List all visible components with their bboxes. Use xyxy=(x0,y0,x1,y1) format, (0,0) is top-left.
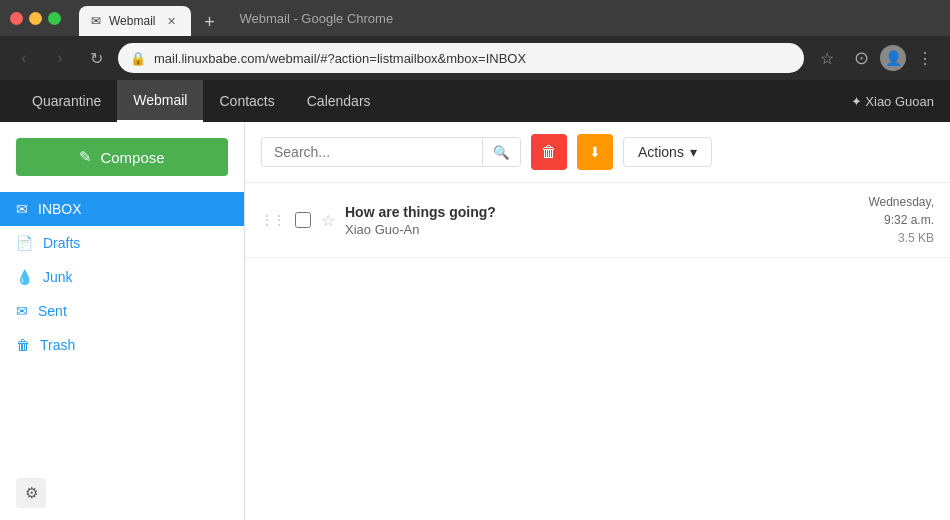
delete-button[interactable]: 🗑 xyxy=(531,134,567,170)
spam-button[interactable]: ⬇ xyxy=(577,134,613,170)
email-checkbox[interactable] xyxy=(295,212,311,228)
profile-button[interactable]: 👤 xyxy=(880,45,906,71)
actions-label: Actions xyxy=(638,144,684,160)
sidebar-item-sent[interactable]: ✉ Sent xyxy=(0,294,244,328)
tab-bar: ✉ Webmail ✕ + xyxy=(79,0,223,36)
email-size: 3.5 KB xyxy=(868,229,934,247)
main-container: ✎ Compose ✉ INBOX 📄 Drafts 💧 Junk ✉ Sent… xyxy=(0,122,950,520)
drag-handle-icon: ⋮⋮ xyxy=(261,213,285,227)
sidebar-bottom: ⚙ xyxy=(0,466,244,520)
settings-icon: ⚙ xyxy=(25,484,38,502)
email-sender: Xiao Guo-An xyxy=(345,222,858,237)
junk-icon: 💧 xyxy=(16,269,33,285)
compose-label: Compose xyxy=(100,149,164,166)
bookmark-button[interactable]: ☆ xyxy=(812,43,842,73)
chrome-circle-button[interactable]: ⊙ xyxy=(846,43,876,73)
search-button[interactable]: 🔍 xyxy=(482,138,520,166)
drafts-label: Drafts xyxy=(43,235,80,251)
email-row[interactable]: ⋮⋮ ☆ How are things going? Xiao Guo-An W… xyxy=(245,183,950,258)
sent-icon: ✉ xyxy=(16,303,28,319)
sidebar-item-inbox[interactable]: ✉ INBOX xyxy=(0,192,244,226)
junk-label: Junk xyxy=(43,269,73,285)
search-box: 🔍 xyxy=(261,137,521,167)
maximize-button[interactable] xyxy=(48,12,61,25)
sidebar: ✎ Compose ✉ INBOX 📄 Drafts 💧 Junk ✉ Sent… xyxy=(0,122,245,520)
nav-webmail[interactable]: Webmail xyxy=(117,80,203,122)
app-navbar: Quarantine Webmail Contacts Calendars ✦ … xyxy=(0,80,950,122)
sidebar-item-trash[interactable]: 🗑 Trash xyxy=(0,328,244,362)
drafts-icon: 📄 xyxy=(16,235,33,251)
lock-icon: 🔒 xyxy=(130,51,146,66)
actions-dropdown-button[interactable]: Actions ▾ xyxy=(623,137,712,167)
email-area: 🔍 🗑 ⬇ Actions ▾ ⋮⋮ ☆ How are things goin… xyxy=(245,122,950,520)
email-meta: Wednesday, 9:32 a.m. 3.5 KB xyxy=(868,193,934,247)
email-toolbar: 🔍 🗑 ⬇ Actions ▾ xyxy=(245,122,950,183)
forward-button[interactable]: › xyxy=(46,44,74,72)
compose-button[interactable]: ✎ Compose xyxy=(16,138,228,176)
nav-contacts[interactable]: Contacts xyxy=(203,80,290,122)
reload-button[interactable]: ↻ xyxy=(82,44,110,72)
active-tab[interactable]: ✉ Webmail ✕ xyxy=(79,6,191,36)
email-list: ⋮⋮ ☆ How are things going? Xiao Guo-An W… xyxy=(245,183,950,520)
chrome-toolbar-actions: ☆ ⊙ 👤 ⋮ xyxy=(812,43,940,73)
tab-favicon: ✉ xyxy=(91,14,101,28)
search-icon: 🔍 xyxy=(493,145,510,160)
email-date: Wednesday, xyxy=(868,193,934,211)
nav-calendars[interactable]: Calendars xyxy=(291,80,387,122)
inbox-icon: ✉ xyxy=(16,201,28,217)
email-subject: How are things going? xyxy=(345,204,858,220)
address-bar[interactable]: 🔒 mail.linuxbabe.com/webmail/#?action=li… xyxy=(118,43,804,73)
settings-button[interactable]: ⚙ xyxy=(16,478,46,508)
back-button[interactable]: ‹ xyxy=(10,44,38,72)
email-time: 9:32 a.m. xyxy=(868,211,934,229)
nav-quarantine[interactable]: Quarantine xyxy=(16,80,117,122)
sidebar-item-junk[interactable]: 💧 Junk xyxy=(0,260,244,294)
inbox-label: INBOX xyxy=(38,201,82,217)
address-url: mail.linuxbabe.com/webmail/#?action=list… xyxy=(154,51,792,66)
more-button[interactable]: ⋮ xyxy=(910,43,940,73)
new-tab-button[interactable]: + xyxy=(195,8,223,36)
window-controls xyxy=(10,12,61,25)
email-content: How are things going? Xiao Guo-An xyxy=(345,204,858,237)
trash-label: Trash xyxy=(40,337,75,353)
window-title: Webmail - Google Chrome xyxy=(239,11,393,26)
star-button[interactable]: ☆ xyxy=(321,211,335,230)
close-button[interactable] xyxy=(10,12,23,25)
trash-icon: 🗑 xyxy=(16,337,30,353)
chrome-addressbar: ‹ › ↻ 🔒 mail.linuxbabe.com/webmail/#?act… xyxy=(0,36,950,80)
search-input[interactable] xyxy=(262,138,482,166)
tab-close-button[interactable]: ✕ xyxy=(163,13,179,29)
compose-icon: ✎ xyxy=(79,148,92,166)
user-display: ✦ Xiao Guoan xyxy=(851,94,934,109)
sidebar-item-drafts[interactable]: 📄 Drafts xyxy=(0,226,244,260)
actions-dropdown-icon: ▾ xyxy=(690,144,697,160)
spam-icon: ⬇ xyxy=(589,144,601,160)
delete-icon: 🗑 xyxy=(541,143,557,161)
chrome-titlebar: ✉ Webmail ✕ + Webmail - Google Chrome xyxy=(0,0,950,36)
minimize-button[interactable] xyxy=(29,12,42,25)
sent-label: Sent xyxy=(38,303,67,319)
tab-label: Webmail xyxy=(109,14,155,28)
